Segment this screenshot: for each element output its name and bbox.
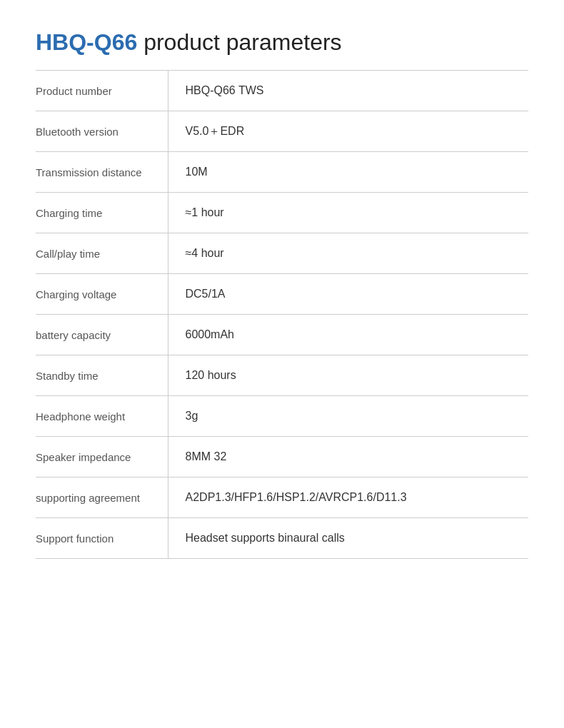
param-value: Headset supports binaural calls xyxy=(168,518,528,559)
table-row: battery capacity6000mAh xyxy=(36,315,528,355)
param-label: Support function xyxy=(36,518,168,559)
table-row: Bluetooth versionV5.0＋EDR xyxy=(36,111,528,152)
param-label: Speaker impedance xyxy=(36,437,168,477)
page-title: HBQ-Q66 product parameters xyxy=(36,29,528,56)
param-value: ≈1 hour xyxy=(168,193,528,233)
table-row: Call/play time≈4 hour xyxy=(36,233,528,274)
param-value: HBQ-Q66 TWS xyxy=(168,71,528,111)
param-label: Call/play time xyxy=(36,233,168,274)
param-value: 3g xyxy=(168,396,528,437)
param-value: A2DP1.3/HFP1.6/HSP1.2/AVRCP1.6/D11.3 xyxy=(168,477,528,518)
brand-name: HBQ-Q66 xyxy=(36,29,137,55)
param-label: Transmission distance xyxy=(36,152,168,193)
param-label: Charging time xyxy=(36,193,168,233)
param-value: 10M xyxy=(168,152,528,193)
param-value: 120 hours xyxy=(168,355,528,396)
table-row: Transmission distance10M xyxy=(36,152,528,193)
param-label: Charging voltage xyxy=(36,274,168,315)
table-row: Speaker impedance8MM 32 xyxy=(36,437,528,477)
table-row: Charging voltageDC5/1A xyxy=(36,274,528,315)
param-label: supporting agreement xyxy=(36,477,168,518)
table-row: Standby time120 hours xyxy=(36,355,528,396)
param-value: ≈4 hour xyxy=(168,233,528,274)
param-label: Bluetooth version xyxy=(36,111,168,152)
param-label: battery capacity xyxy=(36,315,168,355)
params-table: Product numberHBQ-Q66 TWSBluetooth versi… xyxy=(36,71,528,559)
table-row: Support functionHeadset supports binaura… xyxy=(36,518,528,559)
table-row: Headphone weight3g xyxy=(36,396,528,437)
param-label: Product number xyxy=(36,71,168,111)
param-label: Standby time xyxy=(36,355,168,396)
table-row: Product numberHBQ-Q66 TWS xyxy=(36,71,528,111)
param-value: DC5/1A xyxy=(168,274,528,315)
table-row: supporting agreementA2DP1.3/HFP1.6/HSP1.… xyxy=(36,477,528,518)
table-row: Charging time≈1 hour xyxy=(36,193,528,233)
param-label: Headphone weight xyxy=(36,396,168,437)
param-value: 8MM 32 xyxy=(168,437,528,477)
param-value: 6000mAh xyxy=(168,315,528,355)
page-title-text: product parameters xyxy=(137,29,341,55)
param-value: V5.0＋EDR xyxy=(168,111,528,152)
